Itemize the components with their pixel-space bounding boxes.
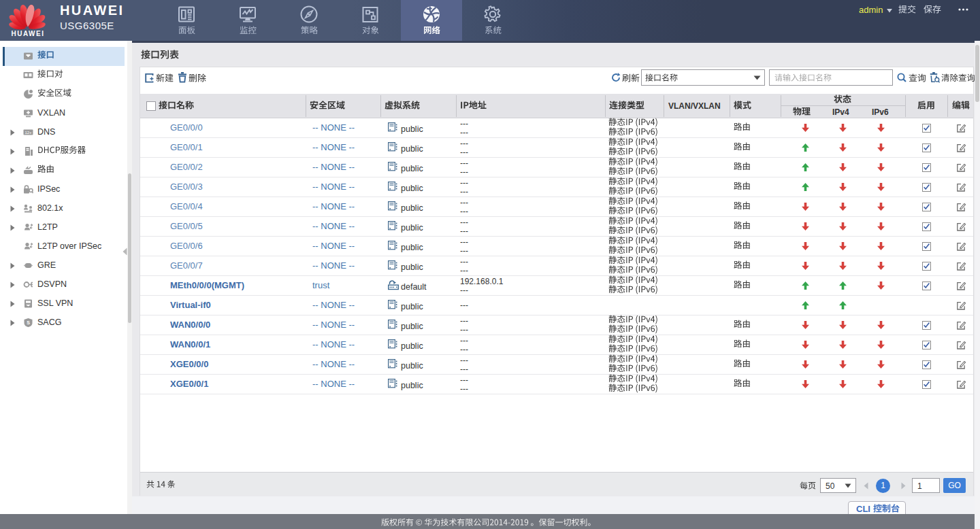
svg-text:12+: 12+ [24,131,32,135]
svg-text:S: S [27,320,30,325]
